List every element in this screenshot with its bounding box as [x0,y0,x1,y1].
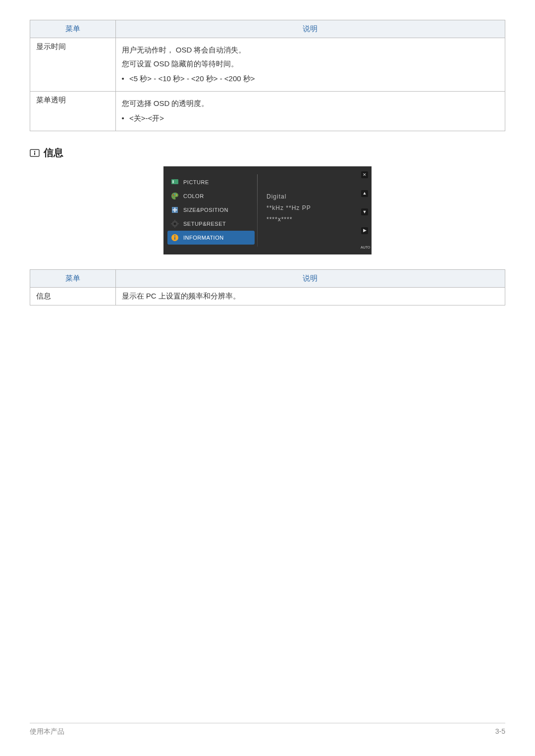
gear-icon [170,219,179,228]
picture-icon [170,178,179,187]
information-table: 菜单 说明 信息 显示在 PC 上设置的频率和分辨率。 [30,269,505,305]
desc-cell-information: 显示在 PC 上设置的频率和分辨率。 [115,288,505,305]
svg-point-6 [174,194,175,195]
svg-rect-13 [171,223,172,224]
svg-point-10 [174,223,176,225]
svg-point-5 [173,195,174,196]
osd-label: INFORMATION [183,235,224,241]
table2-header-menu: 菜单 [30,270,116,288]
up-arrow-icon: ▲ [361,190,368,197]
osd-info-line: Digital [267,191,365,202]
desc-cell-display-time: 用户无动作时， OSD 将会自动消失。 您可设置 OSD 隐藏前的等待时间。 <… [115,38,505,92]
auto-label: AUTO [361,246,369,251]
desc-line: 用户无动作时， OSD 将会自动消失。 [122,44,499,56]
svg-rect-17 [174,237,175,240]
osd-settings-table: 菜单 说明 显示时间 用户无动作时， OSD 将会自动消失。 您可设置 OSD … [30,20,505,131]
osd-menu-list: PICTURE COLOR SIZE&POSITION [163,168,258,252]
osd-item-information: INFORMATION [167,231,255,245]
footer-page-number: 3-5 [495,727,505,736]
svg-point-7 [176,195,177,196]
table1-header-desc: 说明 [115,20,505,38]
menu-cell-display-time: 显示时间 [30,38,116,92]
menu-cell-transparency: 菜单透明 [30,92,116,131]
desc-bullet: <5 秒> - <10 秒> - <20 秒> - <200 秒> [122,72,499,85]
osd-label: PICTURE [183,179,209,185]
svg-point-1 [34,151,35,151]
desc-cell-transparency: 您可选择 OSD 的透明度。 <关>-<开> [115,92,505,131]
table-row: 菜单透明 您可选择 OSD 的透明度。 <关>-<开> [30,92,505,131]
page-footer: 使用本产品 3-5 [30,723,505,736]
table-row: 显示时间 用户无动作时， OSD 将会自动消失。 您可设置 OSD 隐藏前的等待… [30,38,505,92]
svg-rect-11 [174,220,175,221]
osd-label: SIZE&POSITION [183,207,228,213]
osd-info-line: ****x**** [267,214,365,225]
osd-side-buttons: ✕ ▲ ▼ ▶ AUTO [361,171,369,251]
section-title-text: 信息 [44,146,63,159]
size-position-icon [170,205,179,214]
osd-item-color: COLOR [163,189,258,203]
svg-rect-2 [34,152,35,155]
osd-label: COLOR [183,193,204,199]
section-title-information: 信息 [30,146,505,159]
osd-item-picture: PICTURE [163,175,258,189]
menu-cell-information: 信息 [30,288,116,305]
osd-item-setup-reset: SETUP&RESET [163,217,258,231]
osd-item-size-position: SIZE&POSITION [163,203,258,217]
info-icon [30,148,40,158]
desc-line: 您可设置 OSD 隐藏前的等待时间。 [122,58,499,70]
osd-info-line: **kHz **Hz PP [267,202,365,214]
table1-header-menu: 菜单 [30,20,116,38]
svg-point-16 [174,235,175,236]
desc-bullet: <关>-<开> [122,111,499,125]
osd-screenshot: PICTURE COLOR SIZE&POSITION [163,166,372,254]
desc-line: 您可选择 OSD 的透明度。 [122,98,499,109]
color-icon [170,192,179,201]
footer-left: 使用本产品 [30,727,64,736]
down-arrow-icon: ▼ [361,208,368,215]
table-row: 信息 显示在 PC 上设置的频率和分辨率。 [30,288,505,305]
right-arrow-icon: ▶ [361,227,368,234]
osd-label: SETUP&RESET [183,221,226,227]
osd-info-panel: Digital **kHz **Hz PP ****x**** [258,168,370,252]
svg-rect-4 [172,180,174,183]
table2-header-desc: 说明 [115,270,505,288]
close-icon: ✕ [361,171,368,178]
info-circle-icon [170,233,179,242]
svg-rect-14 [177,223,179,224]
svg-rect-12 [174,226,175,228]
